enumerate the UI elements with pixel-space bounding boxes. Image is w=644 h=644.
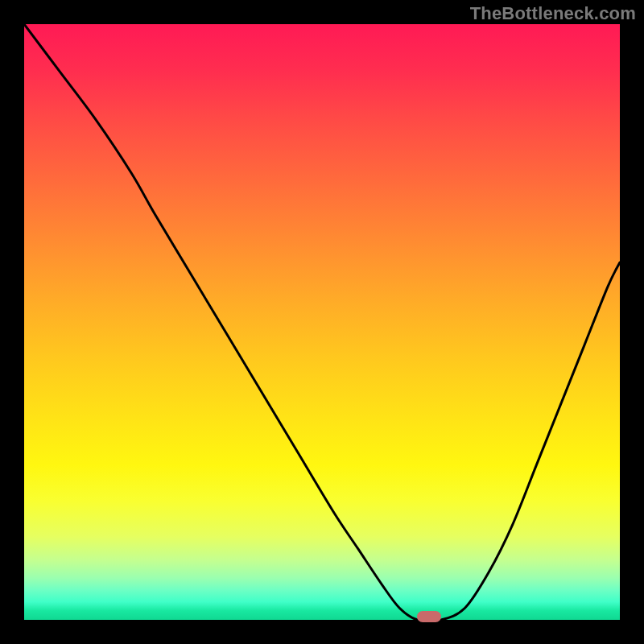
chart-frame: TheBottleneck.com <box>0 0 644 644</box>
plot-outer <box>24 24 620 620</box>
bottleneck-curve <box>24 24 620 620</box>
attribution-text: TheBottleneck.com <box>470 3 636 24</box>
optimal-point-marker <box>417 611 441 622</box>
plot-area <box>24 24 620 620</box>
